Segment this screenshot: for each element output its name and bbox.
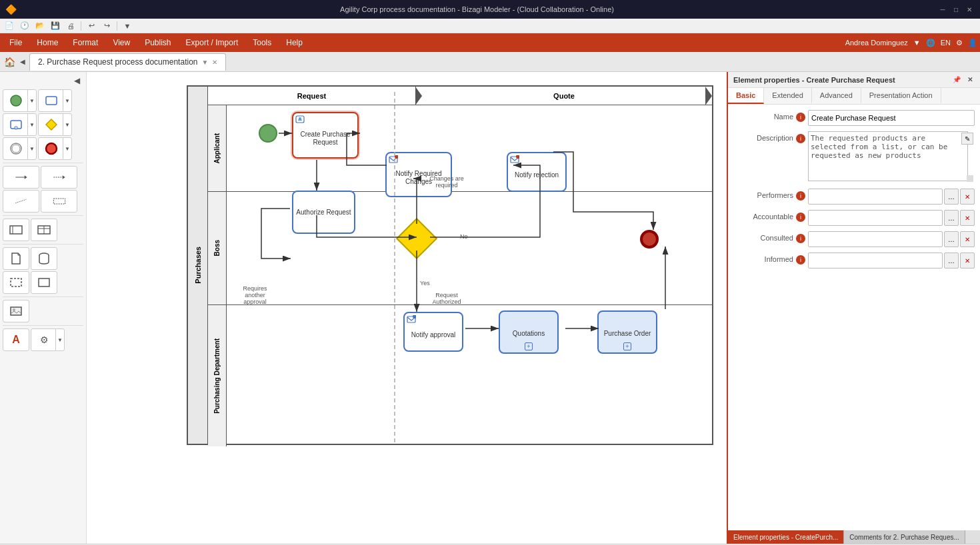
home-icon[interactable]: 🏠 — [3, 55, 16, 69]
performers-browse-btn[interactable]: … — [944, 189, 959, 205]
redo-button[interactable]: ↪ — [100, 20, 113, 32]
new-button[interactable]: 📄 — [3, 20, 16, 32]
authorize-request-task[interactable]: Authorize Request — [292, 191, 355, 234]
desc-resize-handle[interactable] — [967, 175, 973, 182]
print-button[interactable]: 🖨 — [64, 20, 77, 32]
performers-info-icon[interactable]: i — [796, 191, 805, 201]
user-icon[interactable]: 👤 — [968, 39, 977, 47]
gateway-dropdown[interactable]: ▼ — [63, 113, 72, 136]
task-tool[interactable] — [38, 89, 65, 112]
notify-rejection-task[interactable]: Notify rejection — [507, 152, 567, 192]
end-event-tool[interactable] — [38, 137, 65, 160]
sequence-flow-tool[interactable] — [3, 166, 39, 189]
end-event-dropdown[interactable]: ▼ — [63, 137, 72, 160]
settings-tool[interactable]: ⚙ — [31, 328, 57, 351]
purchase-order-task[interactable]: + Purchase Order — [597, 310, 657, 354]
subprocess-tool[interactable]: + — [3, 113, 29, 136]
description-textarea[interactable] — [808, 131, 968, 181]
informed-browse-btn[interactable]: … — [944, 253, 959, 269]
intermediate-event-tool[interactable] — [3, 137, 29, 160]
panel-close-button[interactable]: ✕ — [965, 75, 975, 84]
consulted-clear-btn[interactable]: ✕ — [960, 231, 975, 247]
database-tool[interactable] — [31, 247, 57, 270]
dotted-rect-tool[interactable] — [41, 190, 77, 213]
menu-view[interactable]: View — [106, 35, 137, 50]
tab-x-button[interactable]: ✕ — [212, 59, 217, 66]
association-tool[interactable] — [3, 190, 39, 213]
tab-presentation-action[interactable]: Presentation Action — [861, 88, 941, 104]
tab-advanced[interactable]: Advanced — [812, 88, 861, 104]
tab-back-button[interactable]: ◀ — [16, 55, 29, 69]
settings-dropdown[interactable]: ▼ — [55, 328, 65, 351]
maximize-button[interactable]: □ — [951, 4, 961, 15]
start-event-dropdown[interactable]: ▼ — [27, 89, 37, 112]
consulted-browse-btn[interactable]: … — [944, 231, 959, 247]
notify-approval-task[interactable]: Notify approval — [403, 312, 463, 352]
close-button[interactable]: ✕ — [964, 4, 975, 15]
canvas-area[interactable]: Purchases Request Quote — [87, 72, 727, 544]
end-event[interactable] — [640, 230, 659, 249]
text-tool[interactable]: A — [3, 328, 29, 351]
task-dropdown[interactable]: ▼ — [63, 89, 72, 112]
tab-basic[interactable]: Basic — [728, 88, 764, 104]
desc-edit-button[interactable]: ✎ — [961, 133, 973, 145]
user-dropdown-icon[interactable]: ▼ — [913, 39, 921, 47]
menu-format[interactable]: Format — [66, 35, 105, 50]
undo-button[interactable]: ↩ — [85, 20, 98, 32]
table-tool[interactable] — [31, 219, 57, 241]
quotations-task[interactable]: + Quotations — [499, 310, 559, 354]
dashed-flow-tool[interactable] — [41, 166, 77, 189]
open-recent-button[interactable]: 🕐 — [18, 20, 31, 32]
pool-tool[interactable] — [3, 219, 29, 241]
minimize-button[interactable]: ─ — [937, 4, 948, 15]
tab-extended[interactable]: Extended — [764, 88, 811, 104]
tab-purchase-request[interactable]: 2. Purchase Request process documentatio… — [29, 53, 226, 71]
settings-icon[interactable]: ⚙ — [956, 39, 963, 47]
notify-rejection-label: Notify rejection — [515, 171, 559, 179]
menu-file[interactable]: File — [3, 35, 29, 50]
document-tool[interactable] — [3, 247, 29, 270]
consulted-input[interactable] — [808, 231, 943, 247]
language[interactable]: EN — [941, 39, 951, 47]
menu-publish[interactable]: Publish — [138, 35, 177, 50]
menu-home[interactable]: Home — [30, 35, 65, 50]
menu-help[interactable]: Help — [279, 35, 309, 50]
dotted-rect2-tool[interactable] — [3, 271, 29, 294]
name-label: Name — [733, 110, 793, 121]
name-info-icon[interactable]: i — [796, 113, 805, 122]
open-button[interactable]: 📂 — [33, 20, 47, 32]
create-purchase-request-task[interactable]: Create Purchase Request — [292, 112, 359, 159]
name-input[interactable] — [808, 110, 975, 126]
purchase-order-expand-icon[interactable]: + — [623, 342, 631, 350]
accountable-clear-btn[interactable]: ✕ — [960, 210, 975, 226]
informed-info-icon[interactable]: i — [796, 255, 805, 265]
accountable-info-icon[interactable]: i — [796, 213, 805, 222]
save-button[interactable]: 💾 — [49, 20, 62, 32]
menu-export-import[interactable]: Export / Import — [179, 35, 245, 50]
toolbar-collapse-button[interactable]: ◀ — [70, 75, 83, 87]
extra-button[interactable]: ▼ — [121, 20, 134, 32]
informed-clear-btn[interactable]: ✕ — [960, 253, 975, 269]
accountable-browse-btn[interactable]: … — [944, 210, 959, 226]
start-event[interactable] — [259, 124, 277, 143]
notify-required-changes-task[interactable]: Notify Required Changes — [385, 152, 452, 197]
rect-tool[interactable] — [31, 271, 57, 294]
panel-pin-button[interactable]: 📌 — [951, 75, 963, 84]
performers-clear-btn[interactable]: ✕ — [960, 189, 975, 205]
performers-input[interactable] — [808, 189, 943, 205]
comments-tab[interactable]: Comments for 2. Purchase Reques... — [844, 530, 965, 544]
informed-input[interactable] — [808, 253, 943, 269]
window-controls[interactable]: ─ □ ✕ — [937, 4, 975, 15]
accountable-input[interactable] — [808, 210, 943, 226]
image-tool[interactable] — [3, 300, 29, 322]
description-info-icon[interactable]: i — [796, 134, 805, 143]
tab-close-button[interactable]: ▼ — [201, 59, 208, 66]
intermediate-event-dropdown[interactable]: ▼ — [27, 137, 37, 160]
menu-tools[interactable]: Tools — [246, 35, 278, 50]
consulted-info-icon[interactable]: i — [796, 234, 805, 243]
quotations-expand-icon[interactable]: + — [525, 342, 533, 350]
subprocess-dropdown[interactable]: ▼ — [27, 113, 37, 136]
gateway-tool[interactable] — [38, 113, 65, 136]
start-event-tool[interactable] — [3, 89, 29, 112]
element-props-tab[interactable]: Element properties - CreatePurch... — [728, 530, 844, 544]
